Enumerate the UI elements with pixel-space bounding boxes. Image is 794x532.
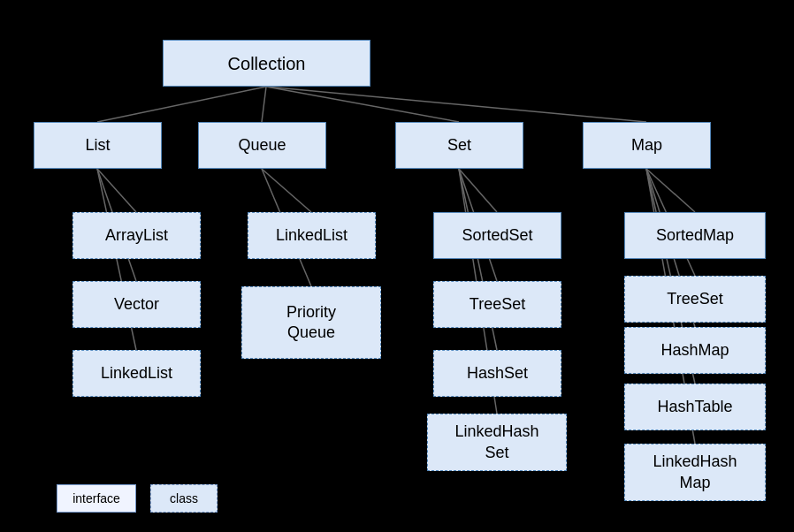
- collection-node: Collection: [163, 40, 370, 87]
- priorityqueue-node: Priority Queue: [241, 286, 381, 359]
- svg-line-2: [266, 87, 459, 122]
- linkedhashset-node: LinkedHash Set: [427, 414, 567, 471]
- sortedmap-node: SortedMap: [624, 212, 766, 259]
- diagram: Collection List Queue Set Map ArrayList …: [0, 0, 794, 532]
- linkedlist-list-node: LinkedList: [73, 350, 201, 397]
- svg-line-1: [262, 87, 266, 122]
- hashtable-node: HashTable: [624, 384, 766, 430]
- svg-line-3: [266, 87, 646, 122]
- linkedhashmap-node: LinkedHash Map: [624, 444, 766, 501]
- queue-node: Queue: [198, 122, 326, 169]
- hashmap-node: HashMap: [624, 327, 766, 374]
- list-node: List: [34, 122, 162, 169]
- svg-line-0: [97, 87, 266, 122]
- set-node: Set: [395, 122, 523, 169]
- vector-node: Vector: [73, 281, 201, 328]
- map-node: Map: [583, 122, 711, 169]
- legend-class: class: [150, 484, 218, 513]
- sortedset-node: SortedSet: [433, 212, 561, 259]
- legend-interface: interface: [57, 484, 136, 513]
- treeset-map-node: TreeSet: [624, 276, 766, 323]
- treeset-node: TreeSet: [433, 281, 561, 328]
- hashset-node: HashSet: [433, 350, 561, 397]
- svg-line-13: [646, 169, 695, 212]
- svg-line-7: [262, 169, 311, 212]
- arraylist-node: ArrayList: [73, 212, 201, 259]
- linkedlist-queue-node: LinkedList: [248, 212, 376, 259]
- svg-line-9: [459, 169, 497, 212]
- svg-line-4: [97, 169, 136, 212]
